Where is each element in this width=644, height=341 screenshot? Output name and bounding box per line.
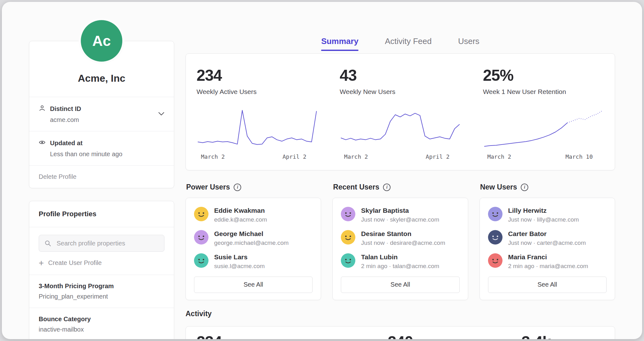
see-all-button[interactable]: See All	[194, 277, 313, 293]
user-list-item[interactable]: Skylar BaptistaJust now · skyler@acme.co…	[341, 207, 459, 223]
user-subtext: Just now · lilly@acme.com	[508, 216, 579, 223]
create-user-profile-button[interactable]: + Create User Profile	[29, 254, 174, 275]
delete-profile-button[interactable]: Delete Profile	[29, 165, 174, 188]
see-all-button[interactable]: See All	[488, 277, 607, 293]
user-list-item[interactable]: George Michaelgeorge.michael@acme.com	[194, 230, 313, 246]
metric-weekly-new-users: 43Weekly New UsersMarch 2April 2	[340, 68, 461, 160]
tab-summary[interactable]: Summary	[321, 36, 358, 51]
metric-value: 43	[340, 68, 461, 83]
user-subtext: 2 min ago · talan@acme.com	[361, 263, 439, 270]
property-item[interactable]: Bounce Categoryinactive-mailbox	[29, 308, 174, 339]
property-item[interactable]: 3-Month Pricing ProgramPricing_plan_expe…	[29, 275, 174, 308]
info-icon[interactable]: i	[521, 184, 528, 191]
main-content: SummaryActivity FeedUsers 234Weekly Acti…	[186, 2, 615, 339]
section-title: Recent Users	[333, 183, 379, 191]
user-name: Maria Franci	[508, 253, 588, 261]
user-subtext: susie.l@acme.com	[214, 263, 265, 270]
create-user-profile-label: Create User Profile	[48, 259, 102, 267]
user-list-card: Skylar BaptistaJust now · skyler@acme.co…	[332, 198, 468, 300]
search-wrap	[29, 227, 174, 254]
user-text: Lilly HerwitzJust now · lilly@acme.com	[508, 207, 579, 223]
user-list-item[interactable]: Maria Franci2 min ago · maria@acme.com	[488, 253, 607, 270]
updated-at-label: Updated at	[50, 140, 82, 147]
distinct-id-value: acme.com	[50, 116, 164, 124]
tab-activity-feed[interactable]: Activity Feed	[385, 36, 432, 51]
profile-properties-card: Profile Properties + Create User Profile…	[29, 201, 174, 339]
section-new-users: New UsersiLilly HerwitzJust now · lilly@…	[480, 183, 615, 300]
user-name: Carter Bator	[508, 230, 586, 238]
user-text: Carter BatorJust now · carter@acme.com	[508, 230, 586, 246]
tabs: SummaryActivity FeedUsers	[186, 36, 615, 51]
profile-properties-title: Profile Properties	[29, 201, 174, 227]
section-heading: Recent Usersi	[332, 183, 468, 191]
user-list-item[interactable]: Carter BatorJust now · carter@acme.com	[488, 230, 607, 246]
user-list-item[interactable]: Desirae StantonJust now · desirare@acme.…	[341, 230, 459, 246]
distinct-id-label: Distinct ID	[50, 105, 81, 113]
user-subtext: george.michael@acme.com	[214, 239, 289, 246]
user-text: Desirae StantonJust now · desirare@acme.…	[361, 230, 445, 246]
user-list-item[interactable]: Eddie Kwakmaneddie.k@acme.com	[194, 207, 313, 223]
activity-metric-value: 240	[332, 333, 468, 339]
property-label: Bounce Category	[39, 316, 164, 323]
company-avatar: Ac	[81, 20, 122, 62]
section-title: New Users	[480, 183, 517, 191]
user-name: Desirae Stanton	[361, 230, 445, 238]
user-subtext: Just now · desirare@acme.com	[361, 239, 445, 246]
tab-users[interactable]: Users	[458, 36, 480, 51]
user-name: Susie Lars	[214, 253, 265, 261]
user-list-card: Eddie Kwakmaneddie.k@acme.comGeorge Mich…	[186, 198, 321, 300]
axis-label-end: March 10	[565, 153, 593, 160]
user-list-item[interactable]: Susie Larssusie.l@acme.com	[194, 253, 313, 270]
user-name: Talan Lubin	[361, 253, 439, 261]
app-window: Ac Acme, Inc Distinct ID acme.com	[2, 2, 642, 339]
user-text: Talan Lubin2 min ago · talan@acme.com	[361, 253, 439, 270]
user-list-card: Lilly HerwitzJust now · lilly@acme.comCa…	[480, 198, 615, 300]
user-name: George Michael	[214, 230, 289, 238]
activity-card: 2342403.4k	[186, 326, 615, 339]
user-text: Eddie Kwakmaneddie.k@acme.com	[214, 207, 267, 223]
metric-axis: March 2April 2	[340, 153, 461, 160]
user-avatar	[194, 230, 208, 245]
distinct-id-row[interactable]: Distinct ID acme.com	[29, 97, 174, 131]
search-icon	[44, 240, 51, 248]
metric-axis: March 2April 2	[197, 153, 318, 160]
user-text: Susie Larssusie.l@acme.com	[214, 253, 265, 270]
user-text: Skylar BaptistaJust now · skyler@acme.co…	[361, 207, 439, 223]
axis-label-end: April 2	[426, 153, 450, 160]
chevron-down-icon[interactable]	[158, 111, 164, 117]
metric-axis: March 2March 10	[483, 153, 604, 160]
section-heading: Power Usersi	[186, 183, 321, 191]
metric-label: Weekly New Users	[340, 88, 461, 96]
user-subtext: Just now · carter@acme.com	[508, 239, 586, 246]
user-list-item[interactable]: Talan Lubin2 min ago · talan@acme.com	[341, 253, 459, 270]
activity-metric-value: 3.4k	[468, 333, 604, 339]
user-avatar	[341, 207, 355, 221]
property-value: Pricing_plan_experiment	[39, 293, 164, 300]
updated-at-row: Updated at Less than one minute ago	[29, 131, 174, 165]
user-subtext: 2 min ago · maria@acme.com	[508, 263, 588, 270]
metric-label: Weekly Active Users	[197, 88, 318, 96]
user-avatar	[341, 230, 355, 245]
metrics-card: 234Weekly Active UsersMarch 2April 243We…	[186, 53, 615, 170]
user-subtext: Just now · skyler@acme.com	[361, 216, 439, 223]
axis-label-end: April 2	[282, 153, 306, 160]
plus-icon: +	[39, 260, 44, 266]
activity-metric-value: 234	[197, 333, 332, 339]
metric-sparkline	[483, 106, 604, 150]
metric-sparkline	[197, 106, 318, 150]
identity-card: Acme, Inc Distinct ID acme.com	[29, 41, 174, 188]
property-value: inactive-mailbox	[39, 326, 164, 333]
section-title: Power Users	[186, 183, 230, 191]
axis-label-start: March 2	[201, 153, 225, 160]
user-list-item[interactable]: Lilly HerwitzJust now · lilly@acme.com	[488, 207, 607, 223]
see-all-button[interactable]: See All	[341, 277, 459, 293]
info-icon[interactable]: i	[234, 184, 241, 191]
search-profile-properties-input[interactable]	[39, 235, 164, 252]
person-icon	[39, 105, 46, 113]
user-name: Lilly Herwitz	[508, 207, 579, 214]
user-text: Maria Franci2 min ago · maria@acme.com	[508, 253, 588, 270]
activity-title: Activity	[186, 310, 615, 318]
user-name: Eddie Kwakman	[214, 207, 267, 214]
info-icon[interactable]: i	[383, 184, 391, 191]
user-subtext: eddie.k@acme.com	[214, 216, 267, 223]
